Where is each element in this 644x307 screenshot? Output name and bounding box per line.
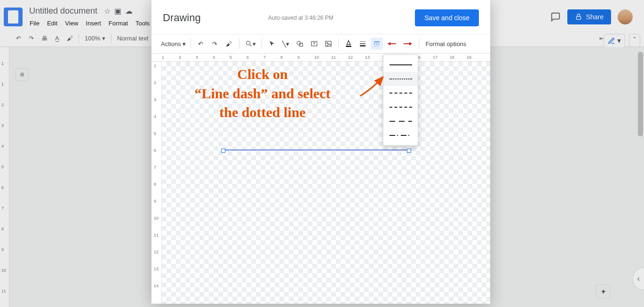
ruler-tick: 1: [1, 82, 4, 87]
svg-point-1: [246, 41, 250, 45]
ruler-tick: 1: [154, 63, 156, 68]
doc-title[interactable]: Untitled document: [26, 5, 100, 17]
svg-rect-5: [326, 41, 331, 47]
pencil-icon: [608, 37, 615, 45]
ruler-tick: 9: [154, 199, 156, 204]
image-tool-icon[interactable]: [322, 38, 334, 50]
ruler-tick: 6: [246, 55, 249, 60]
docs-logo-icon[interactable]: [4, 8, 23, 26]
dash-option-dotted[interactable]: [383, 72, 418, 86]
dash-option-dashed[interactable]: [383, 86, 418, 100]
spellcheck-icon[interactable]: A̲: [53, 33, 61, 44]
editing-mode-button[interactable]: ▾: [604, 34, 625, 47]
star-icon[interactable]: ☆: [104, 7, 111, 16]
drawing-dialog: Drawing Auto-saved at 3:46:26 PM Save an…: [151, 0, 490, 304]
format-options-button[interactable]: Format options: [423, 40, 469, 47]
outline-toggle-icon[interactable]: ≡: [16, 68, 29, 81]
ruler-tick: 1: [1, 61, 4, 66]
paint-format-icon[interactable]: 🖌: [65, 33, 75, 44]
menu-edit[interactable]: Edit: [44, 18, 61, 29]
drawing-toolbar: Actions▾ ↶ ↷ 🖌 ▾ ╲▾: [151, 34, 490, 53]
ruler-tick: 4: [213, 55, 215, 60]
line-color-icon[interactable]: [342, 38, 355, 50]
ruler-tick: 11: [154, 233, 159, 237]
ruler-tick: 7: [154, 165, 156, 170]
line-weight-icon[interactable]: [357, 38, 369, 50]
ruler-tick: 10: [154, 216, 159, 220]
menu-insert[interactable]: Insert: [82, 18, 104, 29]
share-label: Share: [586, 13, 604, 21]
undo-icon[interactable]: ↶: [195, 38, 207, 50]
ruler-tick: 10: [1, 268, 6, 273]
ruler-tick: 14: [154, 283, 159, 288]
dash-option-solid[interactable]: [383, 58, 418, 72]
ruler-tick: 2: [154, 80, 156, 85]
ruler-tick: 17: [433, 55, 437, 60]
shape-tool-dropdown[interactable]: [294, 38, 306, 50]
dash-option-long-dash-dot[interactable]: [383, 128, 418, 142]
ruler-tick: 2: [1, 102, 4, 107]
svg-point-6: [326, 42, 328, 44]
dialog-title: Drawing: [163, 12, 201, 24]
ruler-tick: 3: [154, 97, 156, 102]
svg-rect-7: [346, 46, 351, 47]
share-button[interactable]: Share: [567, 9, 611, 24]
ruler-tick: 13: [154, 267, 159, 271]
docs-vertical-ruler: 1123456789101112: [0, 47, 9, 307]
style-dropdown[interactable]: Normal text: [115, 33, 150, 44]
textbox-tool-icon[interactable]: [308, 38, 320, 50]
actions-dropdown[interactable]: Actions▾: [160, 39, 187, 49]
ruler-tick: 9: [297, 55, 300, 60]
lock-icon: [575, 13, 582, 21]
zoom-dropdown[interactable]: 100% ▾: [83, 33, 107, 44]
menu-file[interactable]: File: [26, 18, 43, 29]
save-and-close-button[interactable]: Save and close: [415, 9, 479, 26]
menu-format[interactable]: Format: [105, 18, 131, 29]
comments-icon[interactable]: [550, 12, 561, 22]
ruler-tick: 11: [331, 55, 336, 60]
menu-view[interactable]: View: [62, 18, 81, 29]
line-start-icon[interactable]: [385, 38, 399, 50]
drawing-horizontal-ruler: 12345678910111213141516171819: [151, 53, 490, 62]
line-dash-dropdown[interactable]: [371, 38, 383, 50]
avatar[interactable]: [618, 9, 633, 24]
redo-icon[interactable]: ↷: [27, 33, 36, 44]
ruler-tick: 3: [1, 123, 4, 128]
ruler-tick: 6: [154, 148, 156, 153]
menu-tools[interactable]: Tools: [132, 18, 153, 29]
drawing-vertical-ruler: 1234567891011121314: [151, 62, 162, 304]
svg-marker-17: [409, 42, 412, 45]
line-dash-menu: [383, 55, 418, 146]
ruler-tick: 8: [154, 182, 156, 187]
print-icon[interactable]: 🖶: [40, 33, 49, 44]
drawing-canvas[interactable]: [162, 62, 490, 304]
ruler-tick: 8: [1, 227, 4, 231]
redo-icon[interactable]: ↷: [209, 38, 221, 50]
ruler-tick: 9: [1, 247, 4, 252]
move-icon[interactable]: ▣: [114, 7, 121, 16]
line-tool-dropdown[interactable]: ╲▾: [280, 38, 292, 50]
ruler-tick: 18: [450, 55, 454, 60]
ruler-tick: 11: [1, 289, 6, 293]
zoom-dropdown[interactable]: ▾: [243, 38, 258, 50]
autosave-status: Auto-saved at 3:46:26 PM: [201, 15, 415, 21]
ruler-tick: 12: [154, 250, 159, 254]
explore-icon[interactable]: ✦: [596, 284, 610, 299]
paint-format-icon[interactable]: 🖌: [223, 38, 235, 50]
ruler-tick: 3: [196, 55, 198, 60]
select-tool-icon[interactable]: [266, 38, 278, 50]
dash-option-long-dash[interactable]: [383, 114, 418, 128]
ruler-tick: 8: [280, 55, 283, 60]
ruler-tick: 12: [348, 55, 353, 60]
cloud-saved-icon: ☁: [125, 7, 133, 16]
dash-option-dash-dot[interactable]: [383, 100, 418, 114]
svg-rect-0: [576, 16, 580, 19]
ruler-tick: 4: [154, 114, 156, 119]
undo-icon[interactable]: ↶: [14, 33, 23, 44]
ruler-tick: 10: [314, 55, 319, 60]
selected-line-object[interactable]: [223, 150, 409, 150]
ruler-tick: 2: [179, 55, 181, 60]
line-end-icon[interactable]: [401, 38, 415, 50]
collapse-toolbar-button[interactable]: ˆ: [629, 34, 640, 47]
scrollbar-thumb[interactable]: [638, 52, 643, 136]
